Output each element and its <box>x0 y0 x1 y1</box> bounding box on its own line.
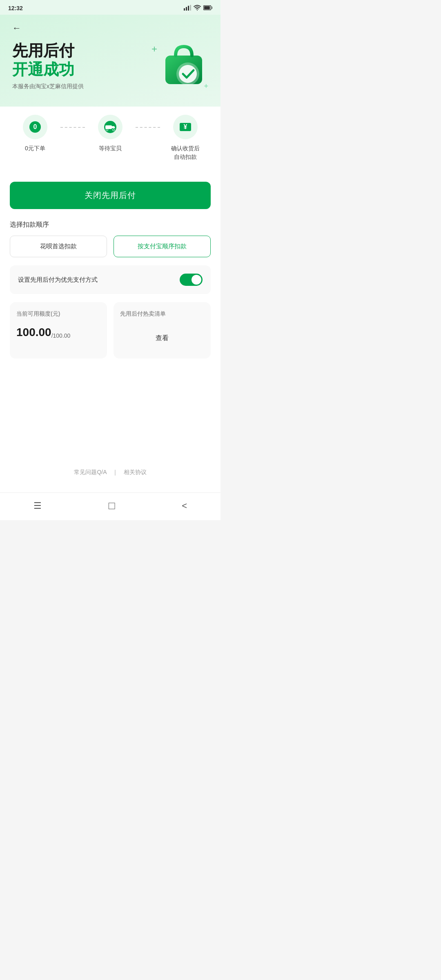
payment-options: 花呗首选扣款 按支付宝顺序扣款 <box>10 236 211 257</box>
home-icon[interactable]: □ <box>109 499 115 512</box>
step-pay-icon: ¥ <box>173 115 198 139</box>
priority-toggle-card: 设置先用后付为优先支付方式 <box>10 265 211 294</box>
svg-text:¥: ¥ <box>184 123 187 130</box>
status-icons <box>184 5 212 12</box>
payment-option-alipay[interactable]: 按支付宝顺序扣款 <box>114 236 211 257</box>
step-dash-2 <box>136 127 160 128</box>
menu-icon[interactable]: ☰ <box>33 501 42 511</box>
step-wait: 等待宝贝 <box>85 115 136 153</box>
step-wait-icon <box>98 115 122 139</box>
view-button[interactable]: 查看 <box>156 334 169 343</box>
faq-link[interactable]: 常见问题Q/A <box>74 469 106 475</box>
step-order: 0 0元下单 <box>10 115 60 153</box>
info-cards: 当前可用额度(元) 100.00 /100.00 先用后付热卖清单 查看 <box>10 302 211 359</box>
step-wait-label: 等待宝贝 <box>99 144 122 153</box>
agreement-link[interactable]: 相关协议 <box>124 469 147 475</box>
svg-point-15 <box>113 129 115 131</box>
back-nav-icon[interactable]: < <box>182 501 187 511</box>
credit-limit-card: 当前可用额度(元) 100.00 /100.00 <box>10 302 107 359</box>
svg-rect-3 <box>190 5 191 11</box>
status-time: 12:32 <box>8 5 23 11</box>
plus-deco-1: + <box>151 43 157 55</box>
footer-links: 常见问题Q/A ｜ 相关协议 <box>10 452 211 484</box>
svg-rect-2 <box>188 6 189 11</box>
battery-icon <box>203 5 212 11</box>
back-button[interactable]: ← <box>12 23 21 33</box>
plus-deco-2: + <box>204 82 208 91</box>
hero-section: ← 先用后付 开通成功 本服务由淘宝x芝麻信用提供 <box>0 15 220 107</box>
step-order-label: 0元下单 <box>25 144 45 153</box>
step-pay-label: 确认收货后 自动扣款 <box>171 144 200 161</box>
toggle-knob <box>192 275 201 285</box>
step-pay: ¥ 确认收货后 自动扣款 <box>160 115 211 161</box>
priority-toggle-label: 设置先用后付为优先支付方式 <box>18 276 98 284</box>
svg-point-14 <box>106 129 108 131</box>
payment-option-huabei[interactable]: 花呗首选扣款 <box>10 236 107 257</box>
footer-separator: ｜ <box>112 469 118 475</box>
priority-toggle-switch[interactable] <box>180 274 203 286</box>
payment-order-title: 选择扣款顺序 <box>10 220 211 229</box>
wifi-icon <box>194 5 201 12</box>
credit-amount: 100.00 <box>16 326 51 339</box>
close-button[interactable]: 关闭先用后付 <box>10 182 211 209</box>
status-bar: 12:32 <box>0 0 220 15</box>
svg-rect-1 <box>186 7 187 11</box>
svg-text:0: 0 <box>33 123 37 130</box>
hot-list-action: 查看 <box>120 326 204 350</box>
hot-list-title: 先用后付热卖清单 <box>120 310 204 318</box>
bottom-nav: ☰ □ < <box>0 492 220 520</box>
credit-amount-sub: /100.00 <box>51 332 71 339</box>
step-dash-1 <box>60 127 85 128</box>
step-order-icon: 0 <box>23 115 47 139</box>
steps-row: 0 0元下单 等待宝贝 <box>10 111 211 169</box>
main-content: 0 0元下单 等待宝贝 <box>0 98 220 492</box>
hot-list-card: 先用后付热卖清单 查看 <box>114 302 211 359</box>
svg-rect-0 <box>184 8 185 11</box>
bag-illustration <box>159 39 208 88</box>
svg-point-9 <box>179 65 197 83</box>
svg-point-4 <box>197 10 198 11</box>
signal-icon <box>184 5 191 12</box>
svg-rect-13 <box>105 125 112 129</box>
credit-limit-title: 当前可用额度(元) <box>16 310 100 318</box>
svg-rect-6 <box>204 6 210 9</box>
